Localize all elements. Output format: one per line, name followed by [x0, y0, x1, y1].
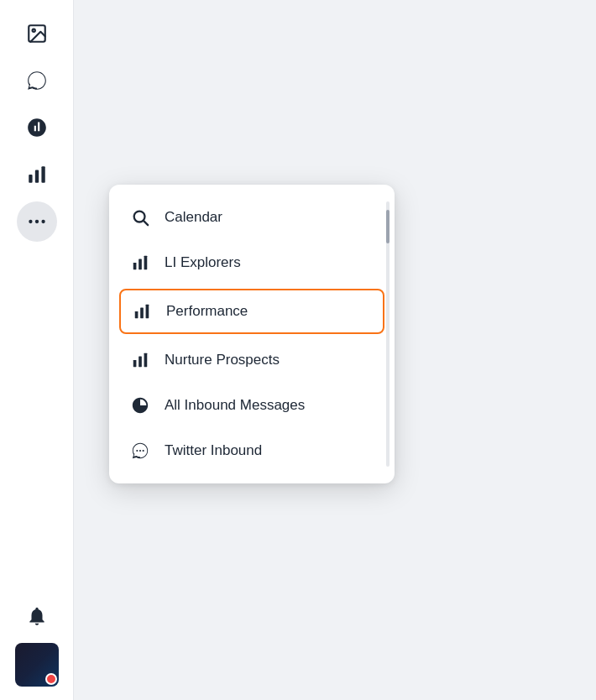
svg-rect-2 — [29, 175, 32, 183]
sidebar-icon-notifications[interactable] — [17, 596, 57, 636]
dropdown-item-all-inbound[interactable]: All Inbound Messages — [109, 383, 395, 428]
dropdown-item-li-explorers-label: LI Explorers — [165, 254, 241, 271]
dropdown-item-all-inbound-label: All Inbound Messages — [165, 397, 305, 414]
dropdown-item-li-explorers[interactable]: LI Explorers — [109, 240, 395, 285]
svg-point-6 — [34, 220, 38, 223]
svg-rect-15 — [146, 305, 149, 319]
nurture-bar-chart-icon — [129, 349, 151, 371]
performance-bar-chart-icon — [131, 300, 153, 322]
svg-rect-12 — [144, 256, 148, 270]
svg-rect-3 — [34, 170, 38, 183]
dropdown-item-nurture-prospects[interactable]: Nurture Prospects — [109, 337, 395, 383]
search-icon — [129, 206, 151, 228]
svg-rect-16 — [133, 360, 137, 367]
svg-rect-10 — [133, 263, 137, 269]
dropdown-item-nurture-prospects-label: Nurture Prospects — [165, 352, 280, 368]
dropdown-item-twitter-inbound-label: Twitter Inbound — [165, 442, 262, 459]
svg-point-1 — [32, 29, 34, 32]
sidebar-icon-chat[interactable] — [17, 60, 57, 101]
sidebar-icon-image[interactable] — [17, 13, 57, 54]
svg-rect-17 — [139, 356, 142, 367]
sidebar-icon-reports[interactable] — [17, 154, 57, 195]
dropdown-item-performance-label: Performance — [166, 303, 248, 320]
dropdown-menu: Calendar LI Explorers Performance — [109, 185, 395, 483]
svg-line-9 — [144, 221, 148, 225]
svg-point-21 — [143, 450, 144, 452]
notification-badge — [45, 673, 57, 685]
svg-rect-11 — [139, 259, 142, 269]
svg-point-19 — [136, 450, 138, 452]
user-avatar[interactable] — [15, 643, 59, 687]
svg-rect-13 — [135, 311, 139, 318]
bar-chart-icon — [129, 252, 151, 274]
pie-chart-icon — [129, 394, 151, 416]
sidebar-icon-analytics[interactable] — [17, 107, 57, 148]
dropdown-item-performance[interactable]: Performance — [119, 289, 384, 334]
svg-rect-18 — [144, 353, 148, 368]
dropdown-item-twitter-inbound[interactable]: Twitter Inbound — [109, 428, 395, 473]
svg-rect-14 — [140, 307, 144, 318]
sidebar-icon-more[interactable] — [17, 201, 57, 242]
svg-point-7 — [41, 220, 44, 223]
svg-point-5 — [29, 220, 32, 223]
svg-point-20 — [139, 450, 141, 452]
svg-rect-4 — [41, 166, 44, 183]
twitter-chat-icon — [129, 440, 151, 462]
dropdown-item-calendar[interactable]: Calendar — [109, 195, 395, 240]
sidebar — [0, 0, 74, 700]
dropdown-item-calendar-label: Calendar — [165, 209, 222, 226]
